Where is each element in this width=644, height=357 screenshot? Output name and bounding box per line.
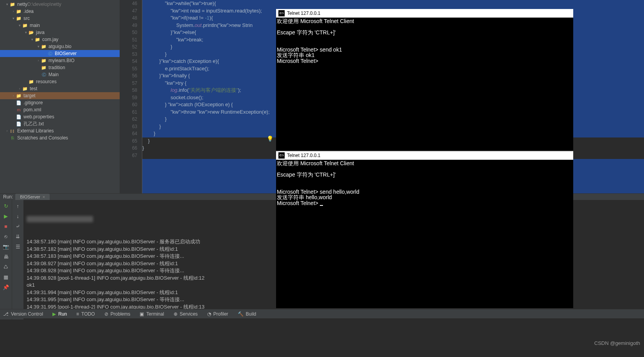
- blurred-command: [27, 216, 93, 222]
- telnet-body-1[interactable]: 欢迎使用 Microsoft Telnet Client Escape 字符为 …: [276, 18, 573, 64]
- watermark: CSDN @geminigoth: [594, 340, 640, 346]
- tree-item-atguigu-bio[interactable]: ▾📁atguigu.bio: [0, 43, 120, 50]
- up-icon[interactable]: ↑: [14, 202, 22, 210]
- tree-item-tradition[interactable]: 📁tradition: [0, 64, 120, 71]
- telnet-title-2[interactable]: C:\ Telnet 127.0.0.1: [276, 151, 573, 160]
- bottom-services[interactable]: ⊕Services: [174, 311, 198, 317]
- cmd-icon: C:\: [278, 152, 285, 159]
- close-icon[interactable]: ×: [43, 195, 45, 199]
- run-icon[interactable]: ▶: [2, 212, 10, 220]
- tree-item-scratches-and-consoles[interactable]: ⎘Scratches and Consoles: [0, 134, 120, 141]
- pin-icon[interactable]: 📌: [2, 283, 10, 291]
- tree-item-netty[interactable]: ▾📁netty D:\develop\netty: [0, 1, 120, 8]
- run-toolbar-left: ↻ ▶ ■ ⎋ 📷 🖶 ♺ ▦ 📌: [0, 200, 12, 320]
- tree-item-target[interactable]: ›📁target: [0, 92, 120, 99]
- down-icon[interactable]: ↓: [14, 212, 22, 220]
- telnet-window-1[interactable]: C:\ Telnet 127.0.0.1 欢迎使用 Microsoft Teln…: [276, 9, 573, 150]
- exit-icon[interactable]: ⎋: [2, 232, 10, 241]
- cmd-icon: C:\: [278, 10, 285, 16]
- intention-bulb-icon[interactable]: 💡: [267, 136, 273, 142]
- tree-item--gitignore[interactable]: 📄.gitignore: [0, 99, 120, 106]
- bottom-profiler[interactable]: ◔Profiler: [207, 311, 228, 317]
- rerun-icon[interactable]: ↻: [2, 202, 10, 210]
- wrap-icon[interactable]: ⤶: [14, 222, 22, 230]
- tree-item-com-jay[interactable]: ▾📁com.jay: [0, 36, 120, 43]
- tree-item-resources[interactable]: 📁resources: [0, 78, 120, 85]
- tree-item-----txt[interactable]: 📄孔乙己.txt: [0, 120, 120, 127]
- camera-icon[interactable]: 📷: [2, 242, 10, 251]
- scroll-icon[interactable]: ⇊: [14, 232, 22, 241]
- run-label: Run:: [3, 194, 13, 200]
- bottom-problems[interactable]: ⊘Problems: [104, 311, 131, 317]
- line-gutter: 4647484950515253545556575859606162636465…: [120, 0, 142, 193]
- print-icon[interactable]: 🖶: [2, 252, 10, 261]
- telnet-title-1[interactable]: C:\ Telnet 127.0.0.1: [276, 9, 573, 18]
- telnet-window-2[interactable]: C:\ Telnet 127.0.0.1 欢迎使用 Microsoft Teln…: [276, 151, 573, 308]
- telnet-body-2[interactable]: 欢迎使用 Microsoft Telnet Client Escape 字符为 …: [276, 160, 573, 207]
- run-toolbar-2: ↑ ↓ ⤶ ⇊ ☰: [12, 200, 23, 320]
- tree-item-src[interactable]: ▾📁src: [0, 15, 120, 22]
- tree-item--idea[interactable]: ›📁.idea: [0, 8, 120, 15]
- bottom-terminal[interactable]: ▣Terminal: [140, 311, 164, 317]
- tree-item-main[interactable]: ⒸMain: [0, 71, 120, 78]
- status-bar: ⎇Version Control▶Run≡TODO⊘Problems▣Termi…: [0, 309, 644, 318]
- tree-item-java[interactable]: ▾📂java: [0, 29, 120, 36]
- tree-item-external-libraries[interactable]: ›⫿⫿External Libraries: [0, 127, 120, 134]
- tree-item-main[interactable]: ▾📁main: [0, 22, 120, 29]
- tree-item-mylearn-bio[interactable]: ›📁mylearn.BIO: [0, 57, 120, 64]
- run-tab[interactable]: BIOServer ×: [15, 194, 50, 200]
- bottom-build[interactable]: 🔨Build: [238, 311, 257, 317]
- tree-item-bioserver[interactable]: ⒸBIOServer: [0, 50, 120, 57]
- stop-icon[interactable]: ■: [2, 222, 10, 230]
- layout-icon[interactable]: ▦: [2, 273, 10, 281]
- tree-item-pom-xml[interactable]: mpom.xml: [0, 106, 120, 113]
- bottom-todo[interactable]: ≡TODO: [76, 311, 95, 317]
- bottom-version-control[interactable]: ⎇Version Control: [3, 311, 43, 317]
- filter-icon[interactable]: ☰: [14, 242, 22, 251]
- bottom-run[interactable]: ▶Run: [52, 311, 67, 317]
- gc-icon[interactable]: ♺: [2, 262, 10, 271]
- tree-item-test[interactable]: ›📁test: [0, 85, 120, 92]
- tree-item-web-properties[interactable]: 📄web.properties: [0, 113, 120, 120]
- project-tree[interactable]: ▾📁netty D:\develop\netty›📁.idea▾📁src▾📁ma…: [0, 0, 120, 193]
